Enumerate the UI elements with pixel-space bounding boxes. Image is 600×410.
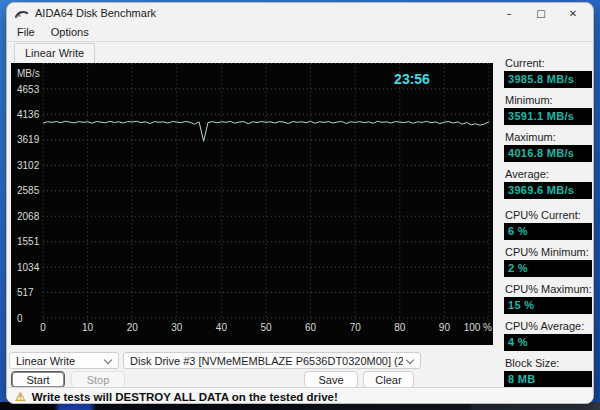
warning-icon: ⚠ [15,391,26,403]
stat-label: Current: [505,57,592,70]
minimize-icon[interactable]: – [493,3,525,23]
y-axis-label: 3102 [17,160,40,171]
x-axis-label: 20 [127,322,139,333]
stat-value: 3969.6 MB/s [504,182,592,199]
y-axis-unit-label: MB/s [17,68,40,79]
y-axis-label: 0 [17,313,23,324]
save-button[interactable]: Save [304,371,358,388]
stat-current: Current: 3985.8 MB/s [504,57,592,88]
disk-drive-value: Disk Drive #3 [NVMeMEMBLAZE P6536DT0320M… [130,355,403,367]
stat-value: 3591.1 MB/s [504,108,592,125]
x-axis-label: 30 [171,322,183,333]
maximize-icon[interactable]: □ [525,3,557,23]
test-type-value: Linear Write [16,355,101,367]
clear-button[interactable]: Clear [363,371,414,388]
x-axis-label: 70 [350,322,362,333]
stat-minimum: Minimum: 3591.1 MB/s [504,94,592,125]
x-axis-label: 40 [216,322,228,333]
y-axis-label: 3619 [17,134,40,145]
menu-options[interactable]: Options [51,26,89,38]
y-axis-label: 4653 [17,84,40,95]
x-axis-label: 90 [439,322,451,333]
stat-average: Average: 3969.6 MB/s [504,168,592,199]
benchmark-chart-svg: MB/s051710341551206825853102361941364653… [11,63,493,345]
stat-label: CPU% Average: [505,320,592,333]
stat-value: 2 % [504,260,592,277]
title-bar: AIDA64 Disk Benchmark – □ ✕ [7,3,593,23]
x-axis-label: 0 [40,322,46,333]
stat-label: Minimum: [505,94,592,107]
stat-value: 8 MB [504,371,592,388]
chevron-down-icon [105,357,112,364]
stat-value: 3985.8 MB/s [504,71,592,88]
stat-maximum: Maximum: 4016.8 MB/s [504,131,592,162]
window-title: AIDA64 Disk Benchmark [35,7,156,19]
app-icon [15,7,29,19]
stat-label: CPU% Minimum: [505,246,592,259]
y-axis-label: 4136 [17,109,40,120]
y-axis-label: 2585 [17,185,40,196]
chevron-down-icon [407,357,414,364]
menu-bar: File Options [7,23,593,42]
stat-label: Average: [505,168,592,181]
stats-panel: Current: 3985.8 MB/s Minimum: 3591.1 MB/… [504,57,592,394]
stat-value: 4016.8 MB/s [504,145,592,162]
stat-cpu-current: CPU% Current: 6 % [504,209,592,240]
stat-cpu-maximum: CPU% Maximum: 15 % [504,283,592,314]
stat-value: 15 % [504,297,592,314]
benchmark-chart: MB/s051710341551206825853102361941364653… [11,63,493,345]
y-axis-label: 2068 [17,211,40,222]
stat-value: 6 % [504,223,592,240]
stat-label: Maximum: [505,131,592,144]
stat-label: CPU% Current: [505,209,592,222]
stat-block-size: Block Size: 8 MB [504,357,592,388]
y-axis-label: 1551 [17,236,40,247]
x-axis-label: 80 [394,322,406,333]
elapsed-clock-label: 23:56 [394,71,430,87]
tab-linear-write[interactable]: Linear Write [14,43,95,63]
x-axis-label: 10 [82,322,94,333]
stat-label: CPU% Maximum: [505,283,592,296]
start-button[interactable]: Start [11,371,65,388]
disk-drive-select[interactable]: Disk Drive #3 [NVMeMEMBLAZE P6536DT0320M… [123,352,421,369]
aida64-disk-benchmark-window: AIDA64 Disk Benchmark – □ ✕ File Options… [6,2,594,404]
x-axis-label: 100 % [464,322,492,333]
y-axis-label: 517 [17,287,34,298]
stop-button[interactable]: Stop [71,371,125,388]
stat-label: Block Size: [505,357,592,370]
warning-text: Write tests will DESTROY ALL DATA on the… [32,391,338,403]
stat-cpu-minimum: CPU% Minimum: 2 % [504,246,592,277]
warning-bar: ⚠ Write tests will DESTROY ALL DATA on t… [7,387,593,404]
stat-value: 4 % [504,334,592,351]
stat-cpu-average: CPU% Average: 4 % [504,320,592,351]
y-axis-label: 1034 [17,262,40,273]
test-type-select[interactable]: Linear Write [9,352,119,369]
x-axis-label: 50 [260,322,272,333]
close-icon[interactable]: ✕ [557,3,589,23]
x-axis-label: 60 [305,322,317,333]
menu-file[interactable]: File [17,26,35,38]
